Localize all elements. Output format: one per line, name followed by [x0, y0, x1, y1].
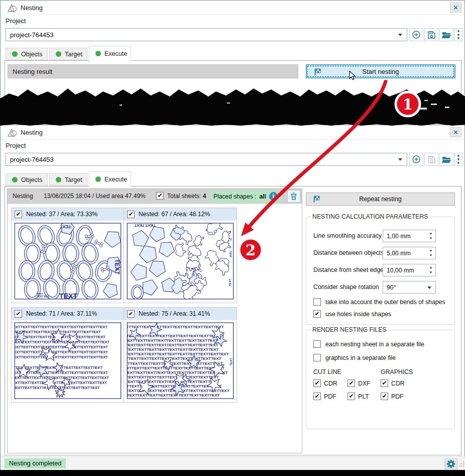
total-sheets-checkbox[interactable]: ✔	[156, 192, 164, 200]
svg-text:TEXTTEXTTEXTTEXTTEXTTEXTTEXTTE: TEXTTEXTTEXTTEXTTEXTTEXTTEXTTEXTTEXTTEXT	[124, 393, 220, 398]
svg-text:TEXTTEXTTEXTTEXTTEXTTEXTTEXTTE: TEXTTEXTTEXTTEXTTEXTTEXTTEXTTEXTTEXTTEXT	[12, 350, 108, 354]
project-combobox[interactable]: project-764453	[6, 28, 407, 41]
save-icon	[427, 31, 436, 39]
spinner-buttons[interactable]: ▲▼	[428, 231, 434, 240]
sheet-checkbox[interactable]: ✔	[127, 310, 135, 318]
line-smoothing-input[interactable]: 1,00 mm ▲▼	[383, 230, 436, 242]
sheet-preview[interactable]: TEXTTEXTTEXTTEXTTEXTTEXTTEXTTEXTTEXTTEXT…	[124, 320, 237, 402]
dxf-cutline-checkbox[interactable]: ✔	[347, 379, 355, 387]
tab-status-dot	[56, 177, 61, 182]
format-option: ✔CDR	[313, 379, 337, 387]
sheet-preview[interactable]: TEXTTEXTTEXTTEXTTEXT TEXTTEXT	[12, 221, 124, 303]
tab-execute[interactable]: Execute	[89, 171, 131, 186]
svg-text:TEXTTEXTTEXTTEXTTEXTTEXTTEXTTE: TEXTTEXTTEXTTEXTTEXTTEXTTEXTTEXTTEXTTEXT	[124, 356, 221, 361]
separate-graphics-option: graphics in a separate file	[313, 354, 396, 361]
svg-text:TEXTTEXTTEXTTEXTTEXTTEXTTEXTTE: TEXTTEXTTEXTTEXTTEXTTEXTTEXTTEXTTEXTTEXT	[124, 375, 219, 379]
plus-circle-icon	[412, 30, 421, 39]
cdr-cutline-checkbox[interactable]: ✔	[313, 379, 321, 387]
status-bar: Nesting completed	[1, 456, 465, 470]
project-menu-button[interactable]	[454, 153, 462, 166]
svg-text:TEXTTEXTTEXTTEXTTEXTTEXTTEXTTE: TEXTTEXTTEXTTEXTTEXTTEXTTEXTTEXTTEXTTEXT	[124, 338, 218, 343]
project-value: project-764453	[10, 31, 54, 39]
sheet-checkbox[interactable]: ✔	[15, 310, 22, 318]
sheet-header: ✔ Nested: 71 / Area: 37.11%	[12, 308, 124, 320]
svg-text:TEXTTEXTTEXTTEXTTEXTTEXTTEXTTE: TEXTTEXTTEXTTEXTTEXTTEXTTEXTTEXTTEXTTEXT	[124, 379, 218, 384]
gear-icon	[447, 460, 455, 468]
info-icon[interactable]: i	[269, 192, 278, 201]
combo-dropdown-icon[interactable]	[398, 34, 402, 36]
new-project-button[interactable]	[409, 28, 423, 41]
separate-sheet-checkbox[interactable]	[313, 340, 321, 348]
open-project-button[interactable]	[439, 28, 453, 41]
plt-cutline-checkbox[interactable]: ✔	[347, 393, 355, 400]
param-row: Consider shape rotation 90°	[306, 281, 454, 294]
plus-circle-icon	[412, 155, 421, 164]
start-nesting-button[interactable]: Start nesting	[306, 64, 455, 78]
project-combobox[interactable]: project-764453	[6, 153, 407, 166]
project-menu-button[interactable]	[454, 28, 462, 41]
svg-text:TEXTTEXTTEXTTEXTTEXTTEXTTEXTTE: TEXTTEXTTEXTTEXTTEXTTEXTTEXTTEXTTEXTTEXT	[124, 325, 224, 329]
tab-target[interactable]: Target	[49, 48, 87, 60]
cdr-graphics-checkbox[interactable]: ✔	[381, 379, 388, 387]
delete-nesting-button[interactable]	[287, 190, 300, 203]
group-title: NESTING CALCULATION PARAMETERS	[310, 213, 430, 220]
resize-grip[interactable]	[458, 460, 464, 469]
save-project-button-disabled[interactable]	[424, 153, 438, 166]
sheet-checkbox[interactable]: ✔	[127, 211, 135, 218]
checkered-flag-icon	[313, 196, 320, 205]
format-option: ✔CDR	[381, 379, 405, 387]
tab-target[interactable]: Target	[49, 173, 87, 186]
sheet-preview[interactable]: TEXTTEXTTEXTTEXTTEXTTEXTTEXTTEXTTEXTTEXT…	[12, 320, 124, 402]
param-row: Distance between objects 5,00 mm ▲▼	[306, 247, 454, 259]
open-project-button[interactable]	[439, 153, 453, 166]
new-project-button[interactable]	[409, 153, 423, 166]
close-icon[interactable]: ×	[450, 3, 461, 13]
sheet-label: Nested: 37 / Area: 73.33%	[26, 211, 97, 218]
nesting-window-after: Nesting × Project project-764453 Objects…	[0, 125, 465, 470]
project-value: project-764453	[10, 156, 54, 163]
sheet-label: Nested: 71 / Area: 37.11%	[26, 310, 97, 317]
graphics-header: GRAPHICS	[381, 368, 413, 375]
format-option: ✔DXF	[347, 379, 371, 387]
cut-line-header: CUT LINE	[313, 368, 341, 375]
save-project-button[interactable]	[424, 28, 438, 41]
pdf-graphics-checkbox[interactable]: ✔	[381, 393, 388, 400]
toolbar-nesting-label: Nesting	[13, 193, 33, 200]
svg-text:TEXTTEXTTEXTTEXTTEXTTEXTTEXTTE: TEXTTEXTTEXTTEXTTEXTTEXTTEXTTEXTTEXTTEXT	[124, 361, 223, 366]
use-holes-checkbox[interactable]: ✔	[313, 310, 321, 318]
total-sheets-label: Total sheets: 4	[167, 193, 206, 200]
format-option: ✔PDF	[381, 393, 404, 400]
toolbar-summary: 13/06/2025 18:04 / Used area 47.49%	[44, 193, 146, 200]
status-badge: Nesting completed	[5, 458, 66, 468]
spinner-buttons[interactable]: ▲▼	[428, 265, 434, 274]
tab-objects[interactable]: Objects	[6, 173, 48, 186]
tab-strip: Objects Target Execute	[1, 46, 465, 61]
rotation-select[interactable]: 90°	[383, 281, 436, 294]
sheet-preview[interactable]: TEXT.TEXTTEXTTEXT	[124, 221, 237, 303]
pdf-cutline-checkbox[interactable]: ✔	[313, 393, 321, 400]
svg-text:TEXTTEXTTEXTTEXTTEXTTEXTTEXTTE: TEXTTEXTTEXTTEXTTEXTTEXTTEXTTEXTTEXTTEXT	[124, 347, 219, 352]
svg-text:TEXT: TEXT	[37, 293, 43, 296]
tab-execute[interactable]: Execute	[89, 46, 131, 61]
sheet-card-3: ✔ Nested: 71 / Area: 37.11% TEXTTEXTTEXT…	[11, 307, 125, 403]
svg-text:TEXTTEXTTEXTTEXTTEXTTEXTTEXTTE: TEXTTEXTTEXTTEXTTEXTTEXTTEXTTEXTTEXTTEXT	[124, 343, 218, 347]
sheet-card-1: ✔ Nested: 37 / Area: 73.33% TEXTTEXTTEXT…	[11, 208, 125, 303]
svg-text:TEXT: TEXT	[113, 259, 121, 274]
distance-edge-input[interactable]: 10,00 mm ▲▼	[383, 264, 436, 276]
settings-button[interactable]	[444, 458, 457, 469]
svg-text:TEXT TEXT: TEXT TEXT	[37, 296, 50, 298]
app-logo-icon	[7, 128, 18, 140]
close-icon[interactable]: ×	[450, 127, 461, 137]
separate-graphics-checkbox[interactable]	[313, 354, 321, 361]
outer-bends-checkbox[interactable]	[313, 298, 321, 306]
repeat-nesting-button[interactable]: Repeat nesting	[306, 193, 455, 206]
render-files-group: RENDER NESTING FILES each nesting sheet …	[306, 330, 455, 429]
param-row: Distance from sheet edge 10,00 mm ▲▼	[306, 264, 454, 276]
results-area: Nesting 13/06/2025 18:04 / Used area 47.…	[7, 188, 302, 453]
spinner-buttons[interactable]: ▲▼	[428, 248, 434, 257]
window-title: Nesting	[21, 4, 43, 12]
combo-dropdown-icon[interactable]	[398, 158, 402, 161]
distance-objects-input[interactable]: 5,00 mm ▲▼	[383, 247, 436, 259]
sheet-checkbox[interactable]: ✔	[15, 211, 22, 218]
tab-objects[interactable]: Objects	[6, 48, 48, 60]
